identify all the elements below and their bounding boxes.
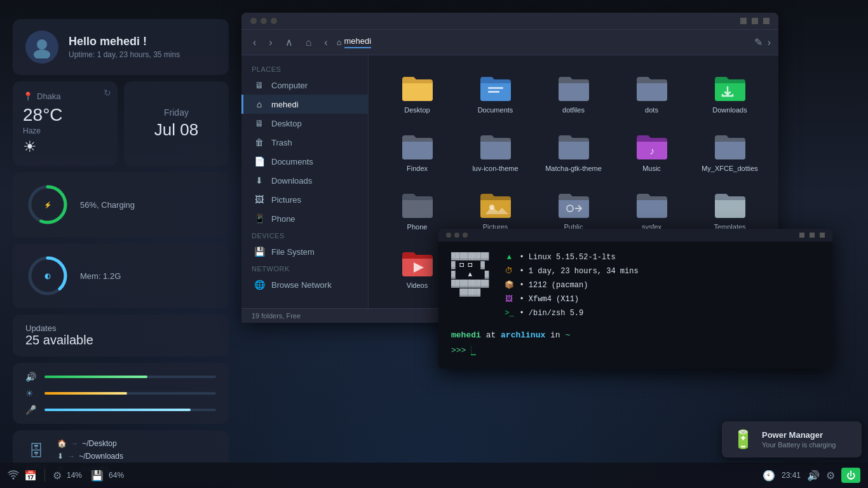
term-win-btns [799,233,825,238]
folder-icon-luv-icon-theme [479,133,512,161]
file-item-dots[interactable]: dots [616,68,688,120]
folder-icon-dotfiles [557,74,590,102]
fm-home-btn[interactable]: ⌂ [302,34,316,51]
sliders-card: 🔊 ☀ 🎤 [13,363,229,424]
sidebar-item-filesystem[interactable]: 💾 File System [241,242,368,261]
term-maximize-btn[interactable] [810,233,815,238]
svg-rect-7 [488,91,499,93]
folder-icon-sysfex [635,191,668,219]
breadcrumb-current[interactable]: mehedi [344,36,372,48]
mic-track[interactable] [44,409,216,411]
term-prompt: mehedi at archlinux in ~ [451,329,820,342]
fm-breadcrumb: ⌂ mehedi [337,36,749,48]
sidebar-item-pictures[interactable]: 🖼 Pictures [241,190,368,209]
fm-back-btn[interactable]: ‹ [249,34,260,51]
file-name-desktop: Desktop [404,106,430,114]
fm-forward-btn[interactable]: › [265,34,276,51]
term-close-btn[interactable] [820,233,825,238]
file-name-videos: Videos [407,281,428,289]
fm-toolbar: ‹ › ∧ ⌂ ‹ ⌂ mehedi ✎ › [241,30,778,55]
mic-fill [44,409,191,411]
downloads-icon: ⬇ [254,175,265,186]
sidebar-item-desktop[interactable]: 🖥 Desktop [241,114,368,133]
left-panel: Hello mehedi ! Uptime: 1 day, 23 hours, … [13,19,229,482]
trash-icon: 🗑 [254,137,265,147]
term-cursor: >>> █ [451,344,820,357]
file-name-documents: Documents [478,106,513,114]
fm-view-btn[interactable]: › [768,37,771,48]
file-name-phone: Phone [407,223,428,231]
file-item-findex[interactable]: Findex [381,126,453,179]
file-item-music[interactable]: ♪ Music [616,126,688,179]
taskbar: 📅 ⚙ 14% 💾 64% 🕙 23:41 🔊 ⚙ ⏻ [0,463,868,488]
volume-track[interactable] [44,376,216,378]
fm-dot-1 [250,18,257,24]
file-item-downloads[interactable]: Downloads [694,68,766,120]
fm-minimize-btn[interactable] [740,18,747,24]
fm-dot-3 [271,18,277,24]
sidebar-item-trash[interactable]: 🗑 Trash [241,133,368,152]
home-icon: 🏠 [57,439,67,448]
file-item-luv-icon-theme[interactable]: luv-icon-theme [459,126,531,179]
storage-link-desktop[interactable]: 🏠 → ~/Desktop [57,439,123,448]
file-item-my-xfce-dotties[interactable]: My_XFCE_dotties [694,126,766,179]
sidebar-label-trash: Trash [271,138,292,147]
desktop-icon: 🖥 [254,118,265,128]
sidebar-item-downloads[interactable]: ⬇ Downloads [241,171,368,190]
home-folder-icon: ⌂ [254,99,265,109]
term-minimize-btn[interactable] [799,233,804,238]
terminal: ▓▓▓▓▓▓▓▓▓ ▓ ◘ ◘ ▓ ▓ ▲ ▓ ▓▓▓▓▓▓▓▓▓ ▓▓▓▓▓ … [438,229,832,369]
folder-icon-phone [401,191,434,219]
fm-sidebar: Places 🖥 Computer ⌂ mehedi 🖥 Desktop 🗑 T… [241,55,369,308]
taskbar-calendar-icon[interactable]: 📅 [24,470,37,482]
taskbar-ram-val: 64% [109,471,124,480]
sidebar-item-computer[interactable]: 🖥 Computer [241,76,368,95]
file-item-dotfiles[interactable]: dotfiles [538,68,609,120]
sidebar-item-mehedi[interactable]: ⌂ mehedi [241,95,368,114]
file-item-desktop[interactable]: Desktop [381,68,453,120]
sidebar-label-filesystem: File System [271,247,315,257]
refresh-icon[interactable]: ↻ [104,88,111,98]
fm-toolbar-right: ✎ › [754,36,771,48]
sidebar-item-network[interactable]: 🌐 Browse Network [241,275,368,294]
term-info-list: ▲ • Linux 5.15.52-1-lts ⏱ • 1 day, 23 ho… [504,252,638,319]
taskbar-settings-icon[interactable]: ⚙ [826,470,835,482]
file-name-my-xfce-dotties: My_XFCE_dotties [702,165,758,172]
taskbar-right: 🕙 23:41 🔊 ⚙ ⏻ [763,468,860,483]
fm-up-btn[interactable]: ∧ [281,34,297,51]
term-dot-1 [446,233,451,238]
brightness-track[interactable] [44,392,216,395]
svg-text:♪: ♪ [649,146,654,156]
term-sysinfo: ▓▓▓▓▓▓▓▓▓ ▓ ◘ ◘ ▓ ▓ ▲ ▓ ▓▓▓▓▓▓▓▓▓ ▓▓▓▓▓ … [451,252,820,319]
folder-icon-public [557,191,590,219]
file-name-luv-icon-theme: luv-icon-theme [472,165,518,172]
file-item-matcha-gtk-theme[interactable]: Matcha-gtk-theme [538,126,609,179]
taskbar-power-btn[interactable]: ⏻ [841,468,860,483]
sidebar-label-documents: Documents [271,157,313,166]
taskbar-wifi-icon[interactable] [8,470,19,480]
sidebar-item-phone[interactable]: 📱 Phone [241,209,368,228]
term-path: ~ [565,330,570,340]
database-icon: 🗄 [29,442,44,460]
fm-parent-btn[interactable]: ‹ [320,34,331,51]
fm-titlebar [241,13,778,30]
shell-text: • /bin/zsh 5.9 [519,308,583,319]
taskbar-clock: 23:41 [782,471,801,480]
folder-icon-pictures [479,191,512,219]
taskbar-volume-icon[interactable]: 🔊 [807,470,820,482]
storage-link-downloads[interactable]: ⬇ → ~/Downloads [57,452,123,461]
file-item-documents[interactable]: Documents [459,68,531,120]
fm-close-btn[interactable] [763,18,770,24]
brightness-fill [44,392,127,395]
sidebar-label-phone: Phone [271,214,295,224]
sidebar-item-documents[interactable]: 📄 Documents [241,152,368,171]
packages-text: • 1212 (pacman) [519,280,588,291]
file-name-downloads: Downloads [712,106,747,114]
taskbar-cpu-val: 14% [67,471,82,480]
weather-location: 📍 Dhaka [23,92,107,101]
folder-icon-my-xfce-dotties [714,133,747,161]
fm-maximize-btn[interactable] [752,18,758,24]
term-titlebar [438,229,832,241]
breadcrumb-home-icon: ⌂ [337,37,342,47]
fm-edit-btn[interactable]: ✎ [754,36,763,48]
